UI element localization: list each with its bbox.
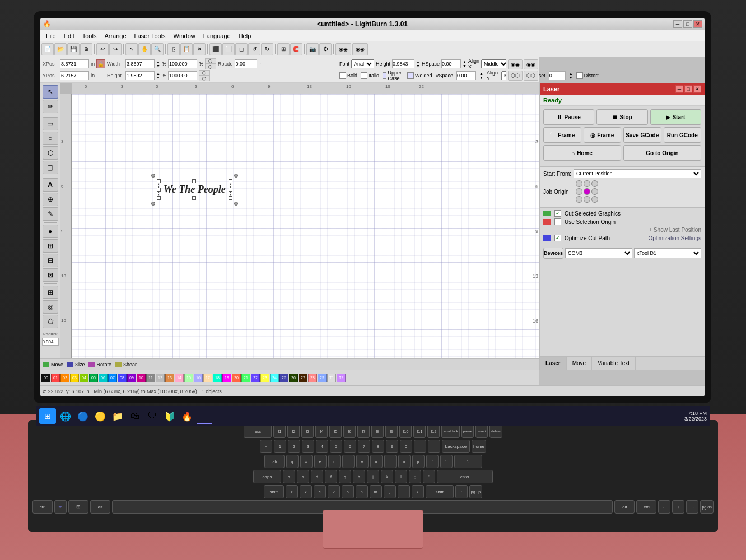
laser-tool-2[interactable]: ◉◉ [352, 43, 368, 55]
key-2[interactable]: 2 [288, 440, 300, 453]
rotate-input[interactable] [235, 59, 257, 68]
color-swatch-23[interactable]: 23 [260, 374, 269, 382]
select-button[interactable]: ↖ [125, 43, 138, 55]
color-swatch-T1[interactable]: T1 [327, 374, 336, 382]
laser-tool-1[interactable]: ◉◉ [335, 43, 351, 55]
key-h[interactable]: h [353, 470, 365, 483]
menu-language[interactable]: Language [200, 32, 234, 40]
polygon-tool[interactable]: ⬡ [43, 146, 58, 160]
text-tool[interactable]: A [43, 178, 58, 192]
frame-button-1[interactable]: ⬜ Frame [543, 127, 581, 143]
key-7[interactable]: 7 [358, 440, 370, 453]
jo-bc[interactable] [584, 196, 590, 203]
key-lbracket[interactable]: [ [426, 455, 439, 468]
key-f4[interactable]: f4 [315, 424, 328, 438]
key-b[interactable]: b [342, 485, 354, 498]
key-a[interactable]: a [283, 470, 295, 483]
width-spinner[interactable]: ▲ ▼ [156, 60, 160, 68]
offset-input[interactable] [549, 71, 566, 80]
key-semicolon[interactable]: ; [409, 470, 421, 483]
ypos-input[interactable] [60, 71, 89, 80]
color-swatch-21[interactable]: 21 [241, 374, 250, 382]
devices-button[interactable]: Devices [543, 248, 563, 259]
key-fn[interactable]: fn [54, 500, 67, 514]
key-period[interactable]: . [398, 485, 410, 498]
key-rbracket[interactable]: ] [440, 455, 453, 468]
alignx-dropdown[interactable]: Middle [481, 59, 509, 68]
scale-handle-tc[interactable] [192, 179, 196, 183]
minimize-button[interactable]: ─ [673, 20, 682, 28]
extra-btn-3[interactable]: ⬡⬡ [508, 71, 523, 81]
key-f8[interactable]: f8 [371, 424, 384, 438]
pencil-tool[interactable]: ✏ [43, 100, 58, 113]
jo-mr[interactable] [591, 188, 598, 195]
color-swatch-29[interactable]: 29 [318, 374, 327, 382]
key-q[interactable]: q [286, 455, 299, 468]
scale-handle-tl[interactable] [157, 179, 161, 183]
key-home[interactable]: home [472, 440, 486, 453]
undo-button[interactable]: ↩ [96, 43, 109, 55]
font-height-input[interactable] [392, 59, 414, 68]
jo-mc[interactable] [584, 188, 590, 195]
taskbar-chrome-icon[interactable]: 🟡 [92, 408, 108, 424]
scale-handle-tr[interactable] [229, 179, 232, 183]
settings-button[interactable]: ⚙ [319, 43, 332, 55]
hspace-spinner[interactable]: ▲ ▼ [463, 60, 467, 68]
key-n[interactable]: n [356, 485, 368, 498]
color-swatch-28[interactable]: 28 [308, 374, 317, 382]
key-equals[interactable]: = [428, 440, 440, 453]
key-u[interactable]: u [370, 455, 383, 468]
color-swatch-17[interactable]: 17 [203, 374, 212, 382]
taskbar-active-app[interactable] [197, 408, 212, 424]
key-f7[interactable]: f7 [357, 424, 370, 438]
taskbar-ie-icon[interactable]: 🌐 [58, 408, 73, 424]
tab-variable-text[interactable]: Variable Text [592, 357, 636, 370]
offset-spinner[interactable]: ▲ ▼ [569, 72, 573, 80]
boolean-union-tool[interactable]: ⊞ [43, 239, 58, 253]
key-tilde[interactable]: ~ [260, 440, 272, 453]
zoom-button[interactable]: 🔍 [151, 43, 164, 55]
scale-handle-bc[interactable] [192, 196, 196, 200]
color-swatch-19[interactable]: 19 [222, 374, 231, 382]
key-e[interactable]: e [314, 455, 327, 468]
color-swatch-04[interactable]: 04 [80, 374, 88, 382]
boolean-sub-tool[interactable]: ⊟ [43, 254, 58, 267]
align-left-button[interactable]: ⬛ [209, 43, 222, 55]
move-button[interactable]: ✋ [138, 43, 151, 55]
key-left[interactable]: ← [658, 500, 670, 514]
height-spinner[interactable]: ▲ ▼ [156, 72, 160, 80]
color-swatch-01[interactable]: 01 [51, 374, 60, 382]
key-shift-l[interactable]: shift [264, 485, 284, 498]
key-o[interactable]: o [398, 455, 411, 468]
color-swatch-25[interactable]: 25 [279, 374, 288, 382]
scale-handle-br[interactable] [229, 196, 232, 200]
color-swatch-10[interactable]: 10 [137, 374, 146, 382]
key-backspace[interactable]: backspace [442, 440, 470, 453]
scaleh-down[interactable]: ⬡ [199, 76, 210, 81]
rotate-handle-tl[interactable] [151, 174, 155, 178]
home-button[interactable]: ⌂ Home [543, 145, 621, 161]
key-f1[interactable]: f1 [273, 424, 286, 438]
color-swatch-00[interactable]: 00 [41, 374, 50, 382]
key-capslock[interactable]: caps [253, 470, 281, 483]
taskbar-store-icon[interactable]: 🛍 [127, 408, 143, 424]
key-delete[interactable]: delete [489, 424, 502, 438]
color-swatch-26[interactable]: 26 [289, 374, 298, 382]
touchpad[interactable] [323, 510, 423, 549]
color-swatch-18[interactable]: 18 [213, 374, 222, 382]
key-3[interactable]: 3 [302, 440, 314, 453]
rotate-handle-bl[interactable] [151, 202, 155, 206]
color-swatch-T2[interactable]: T2 [337, 374, 346, 382]
color-swatch-27[interactable]: 27 [299, 374, 307, 382]
scale-h-input[interactable] [168, 71, 197, 80]
color-swatch-09[interactable]: 09 [127, 374, 136, 382]
com-dropdown[interactable]: COM3 [565, 248, 632, 258]
scale-handle-mr[interactable] [229, 188, 232, 192]
rotate-handle-br[interactable] [234, 202, 238, 206]
vspace-spinner[interactable]: ▲ ▼ [479, 72, 483, 80]
rotate-right-button[interactable]: ↻ [261, 43, 273, 55]
key-enter[interactable]: enter [437, 470, 493, 483]
goto-origin-button[interactable]: Go to Origin [623, 145, 701, 161]
redo-button[interactable]: ↪ [109, 43, 122, 55]
key-insert[interactable]: insert [475, 424, 488, 438]
